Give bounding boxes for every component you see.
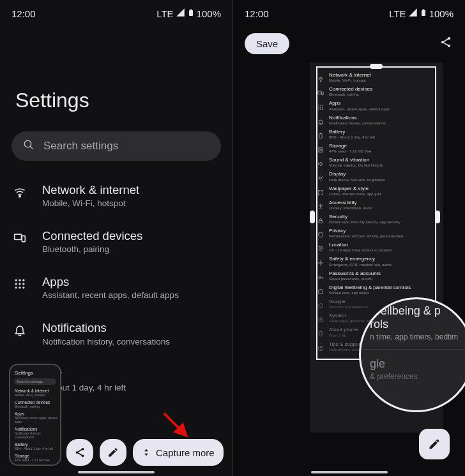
svg-rect-6 bbox=[22, 236, 25, 242]
crop-handle-top[interactable] bbox=[370, 64, 383, 69]
status-right: LTE 100% bbox=[156, 8, 221, 20]
svg-rect-23 bbox=[422, 9, 424, 10]
battery-percent: 100% bbox=[429, 8, 454, 19]
item-title: Connected devices bbox=[42, 228, 142, 243]
item-title: Network & internet bbox=[42, 182, 139, 197]
battery-icon bbox=[187, 8, 195, 20]
share-button[interactable] bbox=[439, 36, 452, 51]
svg-point-15 bbox=[22, 286, 24, 288]
item-title: Apps bbox=[42, 274, 179, 289]
item-title: Notifications bbox=[42, 320, 170, 335]
svg-point-7 bbox=[15, 279, 17, 281]
wifi-icon bbox=[13, 185, 27, 199]
svg-point-2 bbox=[24, 140, 31, 147]
apps-icon bbox=[13, 277, 27, 291]
signal-icon bbox=[408, 8, 418, 19]
bell-icon bbox=[13, 323, 27, 337]
settings-item-bell[interactable]: NotificationsNotification history, conve… bbox=[0, 310, 232, 356]
network-label: LTE bbox=[156, 8, 173, 19]
svg-point-9 bbox=[22, 279, 24, 281]
svg-point-13 bbox=[15, 286, 17, 288]
gesture-bar bbox=[78, 471, 155, 473]
svg-point-11 bbox=[19, 283, 20, 285]
page-title: Settings bbox=[0, 22, 232, 112]
signal-icon bbox=[176, 8, 185, 19]
search-input[interactable]: Search settings bbox=[11, 131, 221, 161]
thumb-search: Search settings bbox=[14, 378, 56, 385]
thumb-row: AppsAssistant, recent apps, default apps bbox=[13, 410, 57, 426]
battery-icon bbox=[420, 8, 427, 20]
edit-button[interactable] bbox=[100, 439, 126, 466]
share-button[interactable] bbox=[66, 439, 93, 466]
screenshot-thumbnail[interactable]: Settings Search settings Network & inter… bbox=[9, 364, 61, 466]
settings-item-wifi[interactable]: Network & internetMobile, Wi-Fi, hotspot bbox=[0, 172, 232, 218]
expand-icon bbox=[142, 447, 151, 458]
settings-item-apps[interactable]: AppsAssistant, recent apps, default apps bbox=[0, 264, 232, 310]
search-placeholder: Search settings bbox=[43, 140, 118, 152]
mag-line1-sub: n time, app timers, bedtim bbox=[370, 332, 463, 341]
item-subtitle: Mobile, Wi-Fi, hotspot bbox=[42, 198, 139, 208]
gesture-bar bbox=[311, 471, 388, 473]
battery-percent: 100% bbox=[197, 8, 221, 19]
svg-rect-22 bbox=[422, 10, 425, 16]
thumb-row: Storage47% used - 7.21 GB free bbox=[13, 452, 57, 464]
annotation-arrow bbox=[163, 412, 192, 444]
network-label: LTE bbox=[389, 8, 406, 19]
mag-line1-title2: rols bbox=[370, 318, 463, 331]
thumb-row: Connected devicesBluetooth, pairing bbox=[13, 399, 57, 410]
mag-line2-title: gle bbox=[370, 357, 463, 371]
status-bar: 12:00 LTE 100% bbox=[0, 0, 232, 22]
thumb-row: Battery86% - About 1 day, 4 hr left bbox=[13, 441, 57, 452]
item-subtitle: Assistant, recent apps, default apps bbox=[42, 290, 179, 300]
svg-rect-0 bbox=[189, 10, 193, 16]
svg-point-14 bbox=[19, 286, 20, 288]
status-right: LTE 100% bbox=[389, 8, 454, 20]
svg-point-4 bbox=[19, 195, 21, 197]
edit-fab[interactable] bbox=[419, 429, 450, 459]
svg-point-8 bbox=[19, 279, 20, 281]
settings-item-devices[interactable]: Connected devicesBluetooth, pairing bbox=[0, 218, 232, 264]
search-icon bbox=[23, 139, 34, 153]
thumb-title: Settings bbox=[13, 368, 57, 377]
thumb-row: NotificationsNotification history, conve… bbox=[13, 426, 57, 441]
magnifier: Wellbeing & p rols n time, app timers, b… bbox=[359, 297, 465, 412]
svg-line-3 bbox=[30, 146, 33, 149]
devices-icon bbox=[13, 231, 27, 245]
thumb-row: Network & internetMobile, Wi-Fi, hotspot bbox=[13, 387, 57, 399]
status-bar: 12:00 LTE 100% bbox=[233, 0, 465, 22]
phone-left: 12:00 LTE 100% Settings Search settings … bbox=[0, 0, 232, 476]
item-subtitle: Bluetooth, pairing bbox=[42, 244, 142, 254]
clock: 12:00 bbox=[11, 8, 36, 19]
item-subtitle: Notification history, conversations bbox=[42, 337, 170, 346]
save-button[interactable]: Save bbox=[245, 33, 289, 54]
svg-rect-5 bbox=[15, 234, 22, 239]
svg-rect-1 bbox=[190, 9, 192, 10]
mag-line2-sub: & preferences bbox=[370, 372, 463, 381]
svg-line-21 bbox=[164, 413, 187, 436]
crop-handle-left[interactable] bbox=[310, 211, 315, 223]
svg-point-10 bbox=[15, 283, 17, 285]
phone-right: 12:00 LTE 100% Save Network & internetMo… bbox=[232, 0, 465, 476]
screenshot-toolbar: Capture more bbox=[66, 439, 224, 466]
clock: 12:00 bbox=[245, 8, 269, 19]
capture-more-label: Capture more bbox=[156, 447, 215, 458]
svg-point-12 bbox=[22, 283, 24, 285]
crop-handle-right[interactable] bbox=[435, 211, 440, 223]
